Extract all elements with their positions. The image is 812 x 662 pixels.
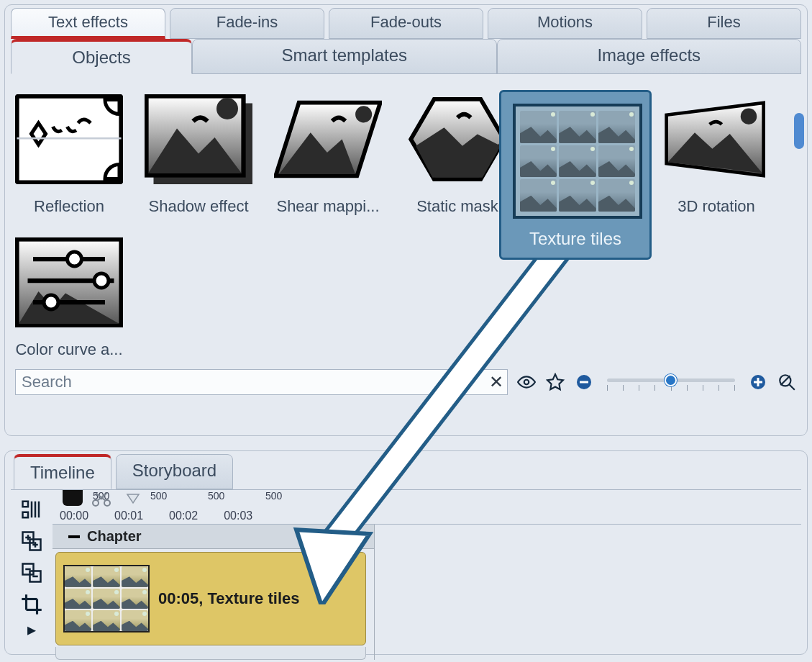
- shear-icon: [274, 94, 382, 184]
- selected-tile-label: Texture tiles: [513, 229, 638, 249]
- zoom-out-icon[interactable]: [574, 372, 594, 392]
- svg-rect-23: [23, 502, 29, 507]
- zoom-slider[interactable]: [603, 372, 739, 392]
- timeline-ruler[interactable]: 500 500 500 500 00:00 00:01 00:02 00:03: [53, 490, 801, 525]
- clip-thumbnail: [63, 565, 150, 632]
- gallery-item-label: 3D rotation: [662, 197, 770, 216]
- tab-image-effects[interactable]: Image effects: [497, 39, 802, 74]
- zoom-in-icon[interactable]: [748, 372, 768, 392]
- tool-crop-icon[interactable]: [17, 592, 46, 617]
- svg-point-14: [524, 380, 529, 385]
- search-input[interactable]: [15, 369, 508, 395]
- gallery-scrollbar[interactable]: [794, 113, 804, 385]
- playhead-icon[interactable]: [63, 490, 83, 506]
- favorite-icon[interactable]: [545, 372, 565, 392]
- tool-remove-track-icon[interactable]: [17, 561, 46, 585]
- effects-panel: Text effects Fade-ins Fade-outs Motions …: [4, 4, 808, 436]
- svg-rect-19: [757, 378, 759, 386]
- zoom-handle[interactable]: [665, 374, 677, 386]
- scissors-icon: [91, 491, 111, 507]
- timeline-main: 500 500 500 500 00:00 00:01 00:02 00:03: [53, 490, 801, 660]
- gallery-item-label: Shadow effect: [145, 197, 252, 216]
- gallery-item-3d-rotation[interactable]: 3D rotation: [662, 94, 770, 216]
- tab-text-effects[interactable]: Text effects: [11, 8, 165, 39]
- svg-point-4: [216, 98, 238, 119]
- bottom-tabs: Timeline Storyboard: [11, 454, 801, 489]
- svg-rect-24: [23, 512, 29, 518]
- svg-point-5: [355, 106, 372, 122]
- tab-smart-templates[interactable]: Smart templates: [192, 39, 497, 74]
- clip-underlay: [55, 647, 366, 660]
- gallery-item-texture-tiles-selected[interactable]: Texture tiles: [499, 90, 652, 260]
- mask-icon: [403, 94, 511, 184]
- preview-icon[interactable]: [516, 372, 537, 392]
- tab-storyboard[interactable]: Storyboard: [116, 454, 233, 489]
- marker-icon: [124, 493, 142, 506]
- svg-point-13: [44, 295, 58, 309]
- tab-files[interactable]: Files: [647, 8, 801, 39]
- tool-expand-icon[interactable]: ▸: [17, 624, 46, 635]
- svg-point-9: [68, 252, 82, 266]
- tab-objects[interactable]: Objects: [11, 39, 192, 74]
- svg-point-11: [94, 273, 109, 288]
- texture-tiles-icon: [513, 104, 642, 219]
- tab-fade-outs[interactable]: Fade-outs: [329, 8, 483, 39]
- clear-icon[interactable]: ✕: [489, 372, 503, 392]
- timeline-area: ▸ 500 500 500 500 00:00 00:01 00:02 00:0…: [11, 489, 801, 660]
- track-header[interactable]: Chapter: [53, 525, 374, 549]
- gallery-item-mask[interactable]: Static mask: [403, 94, 511, 216]
- timeline-tools: ▸: [11, 490, 53, 660]
- reflection-icon: [15, 94, 123, 184]
- scrollbar-thumb[interactable]: [794, 113, 804, 149]
- shadow-icon: [145, 94, 252, 184]
- top-tabs-row2: Objects Smart templates Image effects: [11, 39, 801, 74]
- collapse-icon[interactable]: [68, 535, 80, 538]
- effects-gallery: Reflection Shadow effect: [11, 74, 801, 366]
- gallery-item-label: Shear mappi...: [274, 197, 382, 216]
- gallery-item-reflection[interactable]: Reflection: [15, 94, 123, 216]
- tool-groups-icon[interactable]: [17, 497, 46, 522]
- track-title: Chapter: [87, 528, 142, 545]
- search-toolbar: ✕: [11, 369, 801, 395]
- ruler-time-labels: 00:00 00:01 00:02 00:03: [60, 509, 801, 522]
- top-tabs-row1: Text effects Fade-ins Fade-outs Motions …: [11, 8, 801, 39]
- gallery-item-color-curve[interactable]: Color curve a...: [15, 237, 123, 359]
- color-curve-icon: [15, 237, 123, 327]
- svg-line-21: [789, 384, 795, 390]
- svg-point-6: [741, 108, 757, 124]
- svg-line-45: [96, 493, 106, 501]
- tab-motions[interactable]: Motions: [488, 8, 642, 39]
- timeline-panel: Timeline Storyboard ▸ 500 500: [4, 450, 808, 655]
- gallery-item-shadow[interactable]: Shadow effect: [145, 94, 252, 216]
- svg-rect-16: [580, 381, 588, 384]
- svg-rect-1: [17, 137, 122, 140]
- svg-line-22: [780, 376, 790, 385]
- timeline-clip[interactable]: 00:05, Texture tiles: [55, 552, 366, 645]
- svg-line-44: [97, 493, 107, 501]
- gallery-item-label: Color curve a...: [15, 340, 123, 359]
- track-container: Chapter: [53, 525, 375, 660]
- rotation3d-icon: [662, 94, 770, 184]
- gallery-item-label: Reflection: [15, 197, 123, 216]
- search-box: ✕: [15, 369, 508, 395]
- tab-fade-ins[interactable]: Fade-ins: [170, 8, 324, 39]
- gallery-item-label: Static mask: [403, 197, 511, 216]
- clip-label: 00:05, Texture tiles: [158, 589, 300, 608]
- tool-add-track-icon[interactable]: [17, 529, 46, 553]
- tab-timeline[interactable]: Timeline: [14, 454, 111, 489]
- gallery-item-shear[interactable]: Shear mappi...: [274, 94, 382, 216]
